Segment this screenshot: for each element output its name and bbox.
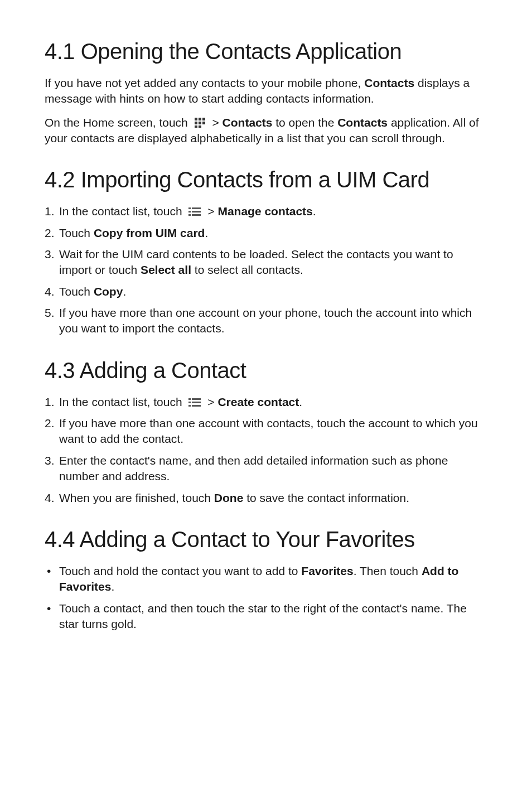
svg-rect-15: [192, 398, 201, 400]
page-number: 20: [89, 795, 102, 797]
svg-rect-9: [192, 207, 201, 209]
svg-rect-5: [202, 122, 205, 124]
svg-rect-14: [188, 398, 191, 400]
apps-grid-icon: [195, 116, 206, 126]
list-item: Wait for the UIM card contents to be loa…: [45, 247, 487, 278]
svg-rect-1: [199, 118, 201, 120]
heading-4-2: 4.2 Importing Contacts from a UIM Card: [45, 167, 487, 192]
heading-4-4: 4.4 Adding a Contact to Your Favorites: [45, 527, 487, 552]
list-item: Touch Copy.: [45, 284, 487, 300]
list-item: Touch a contact, and then touch the star…: [45, 601, 487, 632]
paragraph: On the Home screen, touch > Contacts to …: [45, 115, 487, 147]
heading-4-3: 4.3 Adding a Contact: [45, 358, 487, 383]
svg-rect-17: [192, 402, 201, 403]
svg-rect-11: [192, 211, 201, 212]
section-4-2: 4.2 Importing Contacts from a UIM Card I…: [45, 167, 487, 336]
svg-rect-7: [199, 125, 201, 128]
section-4-1: 4.1 Opening the Contacts Application If …: [45, 39, 487, 146]
menu-icon: [188, 205, 201, 214]
svg-rect-10: [188, 211, 191, 212]
heading-4-1: 4.1 Opening the Contacts Application: [45, 39, 487, 64]
ordered-list: In the contact list, touch > Manage cont…: [45, 204, 487, 336]
svg-rect-0: [195, 118, 197, 120]
svg-rect-2: [202, 118, 205, 120]
svg-rect-16: [188, 402, 191, 403]
svg-rect-3: [195, 122, 197, 124]
svg-rect-8: [188, 207, 191, 209]
svg-rect-18: [188, 405, 191, 407]
list-item: In the contact list, touch > Manage cont…: [45, 204, 487, 219]
section-4-4: 4.4 Adding a Contact to Your Favorites T…: [45, 527, 487, 632]
section-4-3: 4.3 Adding a Contact In the contact list…: [45, 358, 487, 506]
svg-rect-13: [192, 214, 201, 216]
list-item: Enter the contact's name, and then add d…: [45, 453, 487, 485]
paragraph: If you have not yet added any contacts t…: [45, 75, 487, 107]
svg-rect-4: [199, 122, 201, 124]
list-item: If you have more than one account with c…: [45, 416, 487, 447]
list-item: When you are finished, touch Done to sav…: [45, 490, 487, 506]
ordered-list: In the contact list, touch > Create cont…: [45, 394, 487, 506]
list-item: If you have more than one account on you…: [45, 305, 487, 337]
list-item: Touch and hold the contact you want to a…: [45, 563, 487, 595]
svg-rect-19: [192, 405, 201, 407]
bullet-list: Touch and hold the contact you want to a…: [45, 563, 487, 632]
list-item: In the contact list, touch > Create cont…: [45, 394, 487, 410]
svg-rect-12: [188, 214, 191, 216]
svg-rect-6: [195, 125, 197, 128]
list-item: Touch Copy from UIM card.: [45, 225, 487, 241]
menu-icon: [188, 395, 201, 404]
